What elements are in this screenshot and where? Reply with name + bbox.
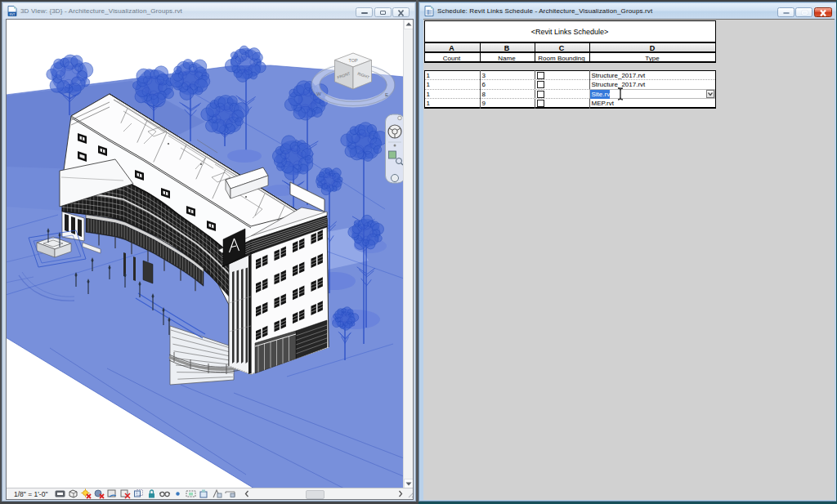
svg-text:TOP: TOP xyxy=(348,58,358,63)
svg-text:RVT: RVT xyxy=(9,13,16,16)
svg-text:E: E xyxy=(385,92,388,97)
svg-text:W: W xyxy=(316,91,321,96)
